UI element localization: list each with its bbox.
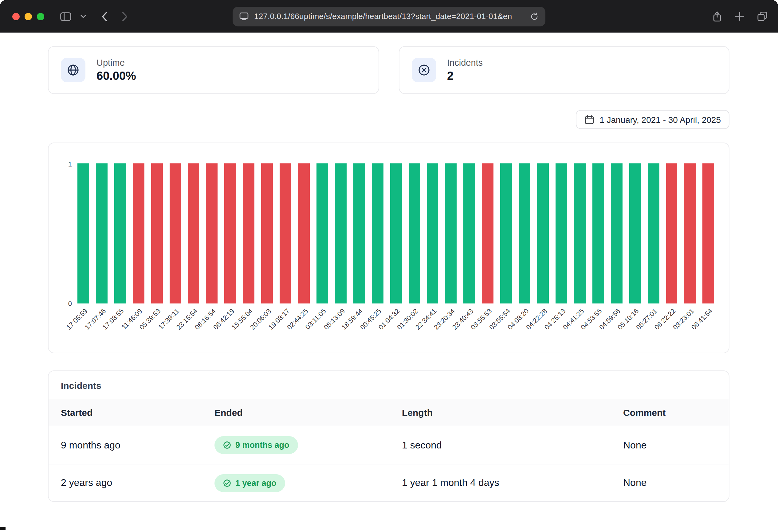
chart-bar[interactable] xyxy=(298,163,310,303)
url-text: 127.0.0.1/66uptime/s/example/heartbeat/1… xyxy=(254,12,525,21)
window-controls xyxy=(12,13,44,20)
chart-bar[interactable] xyxy=(335,163,346,303)
share-icon[interactable] xyxy=(712,11,722,22)
back-button[interactable] xyxy=(101,11,107,21)
uptime-card: Uptime 60.00% xyxy=(48,46,379,94)
col-started: Started xyxy=(61,407,215,418)
chart-bar[interactable] xyxy=(372,163,383,303)
status-badge: 9 months ago xyxy=(215,436,298,454)
chart-x-labels: 17:05:5917:07:4617:08:5511:46:0905:39:53… xyxy=(77,303,714,351)
reload-icon[interactable] xyxy=(530,12,539,21)
date-range-button[interactable]: 1 January, 2021 - 30 April, 2025 xyxy=(575,110,729,129)
chart-bar[interactable] xyxy=(96,163,107,303)
uptime-value: 60.00% xyxy=(96,69,136,83)
chart-bar[interactable] xyxy=(574,163,586,303)
chart-bar[interactable] xyxy=(593,163,604,303)
heartbeat-chart: 1 0 17:05:5917:07:4617:08:5511:46:0905:3… xyxy=(48,143,729,353)
date-range-label: 1 January, 2021 - 30 April, 2025 xyxy=(600,114,721,124)
chart-bar[interactable] xyxy=(537,163,549,303)
cell-length: 1 second xyxy=(402,440,623,451)
table-row: 9 months ago 9 months ago 1 second xyxy=(49,426,729,464)
cell-started: 9 months ago xyxy=(61,440,215,451)
chart-bar[interactable] xyxy=(519,163,530,303)
chart-bar[interactable] xyxy=(151,163,163,303)
new-tab-icon[interactable] xyxy=(735,12,744,21)
col-length: Length xyxy=(402,407,623,418)
y-tick-1: 1 xyxy=(68,160,72,168)
table-header-row: Started Ended Length Comment xyxy=(49,399,729,426)
chart-bar[interactable] xyxy=(647,163,659,303)
incidents-label: Incidents xyxy=(447,57,483,68)
browser-window: 127.0.0.1/66uptime/s/example/heartbeat/1… xyxy=(0,0,778,532)
status-badge: 1 year ago xyxy=(215,474,285,492)
close-button[interactable] xyxy=(12,13,20,20)
chart-bar[interactable] xyxy=(464,163,475,303)
chart-bar[interactable] xyxy=(243,163,255,303)
chart-bar[interactable] xyxy=(684,163,696,303)
col-comment: Comment xyxy=(623,407,716,418)
tab-overview-icon[interactable] xyxy=(757,11,768,21)
forward-button[interactable] xyxy=(122,11,128,21)
table-row: 2 years ago 1 year ago 1 year 1 month 4 … xyxy=(49,464,729,501)
page-content: Uptime 60.00% Incidents 2 xyxy=(0,32,778,502)
chart-bar[interactable] xyxy=(114,163,126,303)
chart-bar[interactable] xyxy=(666,163,678,303)
chart-bar[interactable] xyxy=(482,163,494,303)
chart-bar[interactable] xyxy=(354,163,365,303)
chart-x-tick: 06:41:54 xyxy=(703,303,714,351)
cell-started: 2 years ago xyxy=(61,477,215,489)
chart-bar[interactable] xyxy=(225,163,236,303)
check-circle-icon xyxy=(223,479,231,487)
calendar-icon xyxy=(584,114,594,124)
chart-bar[interactable] xyxy=(390,163,402,303)
incidents-value: 2 xyxy=(447,69,483,83)
chart-bar[interactable] xyxy=(206,163,218,303)
chart-bar[interactable] xyxy=(169,163,181,303)
chart-bar[interactable] xyxy=(133,163,144,303)
incidents-table-title: Incidents xyxy=(49,371,729,399)
chart-bars xyxy=(77,163,714,303)
chart-bar[interactable] xyxy=(261,163,273,303)
chart-bar[interactable] xyxy=(427,163,439,303)
chart-bar[interactable] xyxy=(703,163,714,303)
cell-ended: 9 months ago xyxy=(235,440,290,450)
stats-row: Uptime 60.00% Incidents 2 xyxy=(48,46,729,94)
globe-icon xyxy=(61,58,85,82)
chart-bar[interactable] xyxy=(77,163,89,303)
cell-length: 1 year 1 month 4 days xyxy=(402,477,623,489)
cell-comment: None xyxy=(623,477,716,489)
col-ended: Ended xyxy=(215,407,402,418)
check-circle-icon xyxy=(223,441,231,449)
zoom-button[interactable] xyxy=(37,13,44,20)
minimize-button[interactable] xyxy=(24,13,32,20)
incidents-card: Incidents 2 xyxy=(398,46,729,94)
chart-bar[interactable] xyxy=(629,163,641,303)
cell-comment: None xyxy=(623,440,716,451)
sidebar-toggle-icon[interactable] xyxy=(60,12,71,21)
chart-bar[interactable] xyxy=(188,163,200,303)
uptime-label: Uptime xyxy=(96,57,136,68)
chart-y-axis: 1 0 xyxy=(63,163,77,303)
x-circle-icon xyxy=(411,58,436,82)
incidents-table-card: Incidents Started Ended Length Comment 9… xyxy=(48,370,729,502)
chart-bar[interactable] xyxy=(555,163,567,303)
chart-bar[interactable] xyxy=(611,163,622,303)
browser-toolbar: 127.0.0.1/66uptime/s/example/heartbeat/1… xyxy=(0,0,778,32)
address-bar[interactable]: 127.0.0.1/66uptime/s/example/heartbeat/1… xyxy=(233,6,545,26)
chart-bar[interactable] xyxy=(316,163,328,303)
chart-bar[interactable] xyxy=(280,163,291,303)
cell-ended: 1 year ago xyxy=(235,478,277,487)
y-tick-0: 0 xyxy=(68,300,72,307)
chart-bar[interactable] xyxy=(445,163,457,303)
chart-bar[interactable] xyxy=(500,163,512,303)
monitor-icon xyxy=(239,12,249,20)
chevron-down-icon[interactable] xyxy=(80,14,86,18)
screen-artifact xyxy=(0,527,6,530)
chart-bar[interactable] xyxy=(408,163,420,303)
